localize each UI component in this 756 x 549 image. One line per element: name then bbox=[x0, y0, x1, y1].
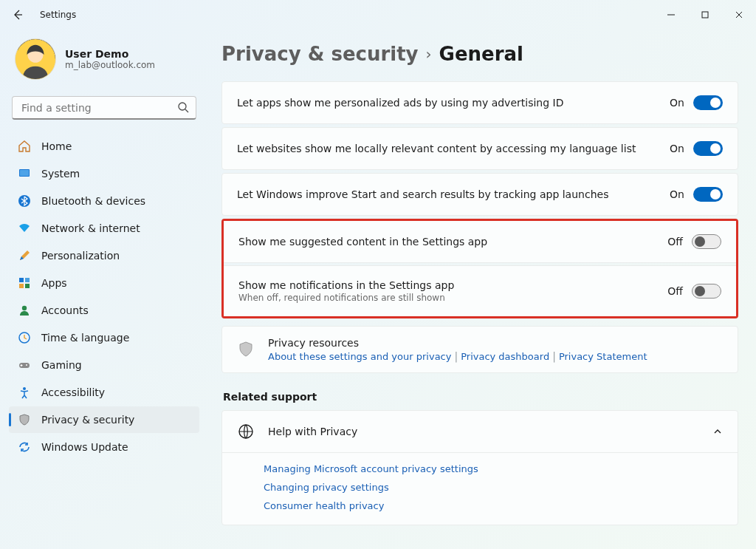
toggle-switch[interactable] bbox=[693, 95, 723, 110]
sidebar-item-bluetooth[interactable]: Bluetooth & devices bbox=[9, 188, 199, 214]
search-icon[interactable] bbox=[177, 101, 189, 113]
back-button[interactable] bbox=[6, 3, 30, 27]
highlighted-settings: Show me suggested content in the Setting… bbox=[221, 219, 738, 318]
clock-icon bbox=[18, 331, 31, 344]
bluetooth-icon bbox=[18, 194, 31, 208]
toggle-state-label: On bbox=[670, 97, 684, 109]
sidebar: User Demo m_lab@outlook.com Home System … bbox=[0, 30, 208, 549]
setting-app-launches[interactable]: Let Windows improve Start and search res… bbox=[221, 173, 738, 216]
resources-link-statement[interactable]: Privacy Statement bbox=[559, 351, 647, 362]
svg-rect-7 bbox=[19, 278, 24, 282]
setting-label: Let apps show me personalized ads by usi… bbox=[237, 97, 656, 109]
sidebar-item-gaming[interactable]: Gaming bbox=[9, 352, 199, 378]
breadcrumb: Privacy & security › General bbox=[221, 43, 738, 65]
resources-link-about[interactable]: About these settings and your privacy bbox=[268, 351, 451, 362]
globe-icon bbox=[237, 423, 255, 440]
search-field-wrap bbox=[12, 96, 196, 120]
maximize-button[interactable] bbox=[688, 0, 722, 30]
sidebar-item-label: System bbox=[41, 168, 80, 180]
minimize-icon bbox=[667, 11, 675, 18]
sidebar-item-system[interactable]: System bbox=[9, 160, 199, 187]
resources-title: Privacy resources bbox=[268, 337, 647, 349]
resources-link-dashboard[interactable]: Privacy dashboard bbox=[461, 351, 549, 362]
person-icon bbox=[18, 304, 31, 317]
accessibility-icon bbox=[18, 386, 31, 399]
sidebar-item-label: Accessibility bbox=[41, 386, 105, 398]
sidebar-item-label: Home bbox=[41, 140, 72, 152]
close-button[interactable] bbox=[722, 0, 756, 30]
svg-rect-5 bbox=[20, 170, 29, 176]
setting-language-list[interactable]: Let websites show me locally relevant co… bbox=[221, 127, 738, 170]
sidebar-item-apps[interactable]: Apps bbox=[9, 270, 199, 296]
page-title: General bbox=[439, 43, 523, 65]
breadcrumb-parent[interactable]: Privacy & security bbox=[221, 43, 419, 65]
help-link[interactable]: Managing Microsoft account privacy setti… bbox=[264, 463, 723, 474]
sidebar-item-label: Apps bbox=[41, 277, 67, 289]
gamepad-icon bbox=[18, 358, 31, 372]
sidebar-item-label: Bluetooth & devices bbox=[41, 195, 145, 207]
close-icon bbox=[735, 11, 743, 18]
toggle-state-label: On bbox=[670, 188, 684, 200]
setting-suggested-content[interactable]: Show me suggested content in the Setting… bbox=[224, 221, 736, 263]
svg-rect-8 bbox=[25, 278, 30, 282]
sidebar-item-label: Time & language bbox=[41, 332, 129, 344]
sidebar-item-accessibility[interactable]: Accessibility bbox=[9, 379, 199, 406]
sidebar-item-update[interactable]: Windows Update bbox=[9, 434, 199, 460]
update-icon bbox=[18, 440, 31, 454]
system-icon bbox=[18, 167, 31, 180]
svg-rect-10 bbox=[25, 284, 30, 288]
toggle-state-label: Off bbox=[667, 285, 683, 297]
expander-body: Managing Microsoft account privacy setti… bbox=[222, 452, 738, 525]
svg-point-14 bbox=[26, 364, 27, 366]
setting-label: Let Windows improve Start and search res… bbox=[237, 188, 656, 200]
expander-title: Help with Privacy bbox=[268, 426, 699, 437]
chevron-up-icon bbox=[712, 426, 723, 437]
minimize-button[interactable] bbox=[654, 0, 688, 30]
svg-point-11 bbox=[22, 306, 27, 310]
avatar bbox=[15, 38, 56, 80]
sidebar-item-label: Network & internet bbox=[41, 222, 140, 234]
user-name: User Demo bbox=[65, 48, 155, 60]
sidebar-item-time[interactable]: Time & language bbox=[9, 324, 199, 351]
sidebar-item-network[interactable]: Network & internet bbox=[9, 215, 199, 242]
user-email: m_lab@outlook.com bbox=[65, 60, 155, 70]
svg-point-3 bbox=[179, 103, 186, 110]
setting-label: Show me notifications in the Settings ap… bbox=[238, 279, 654, 291]
svg-point-15 bbox=[23, 387, 26, 390]
user-profile[interactable]: User Demo m_lab@outlook.com bbox=[9, 33, 199, 90]
toggle-switch[interactable] bbox=[692, 284, 721, 299]
svg-rect-9 bbox=[19, 284, 24, 288]
sidebar-item-home[interactable]: Home bbox=[9, 133, 199, 160]
help-link[interactable]: Changing privacy settings bbox=[264, 482, 723, 493]
related-support-heading: Related support bbox=[223, 391, 738, 403]
toggle-switch[interactable] bbox=[693, 141, 723, 156]
sidebar-item-label: Accounts bbox=[41, 304, 89, 316]
window-controls bbox=[654, 0, 756, 30]
title-bar: Settings bbox=[0, 0, 756, 30]
sidebar-item-personalization[interactable]: Personalization bbox=[9, 242, 199, 269]
sidebar-item-accounts[interactable]: Accounts bbox=[9, 297, 199, 324]
nav: Home System Bluetooth & devices Network … bbox=[9, 133, 199, 460]
search-input[interactable] bbox=[12, 96, 196, 120]
sidebar-item-label: Gaming bbox=[41, 359, 82, 371]
toggle-state-label: Off bbox=[667, 236, 683, 248]
expander-header[interactable]: Help with Privacy bbox=[222, 411, 738, 452]
svg-rect-0 bbox=[702, 12, 708, 18]
setting-sublabel: When off, required notifications are sti… bbox=[238, 293, 654, 303]
sidebar-item-privacy[interactable]: Privacy & security bbox=[9, 406, 199, 433]
help-with-privacy-card: Help with Privacy Managing Microsoft acc… bbox=[221, 410, 738, 525]
toggle-switch[interactable] bbox=[692, 234, 721, 249]
toggle-switch[interactable] bbox=[693, 187, 723, 202]
maximize-icon bbox=[701, 11, 709, 18]
chevron-right-icon: › bbox=[426, 45, 432, 63]
setting-advertising-id[interactable]: Let apps show me personalized ads by usi… bbox=[221, 81, 738, 124]
shield-icon bbox=[18, 413, 31, 426]
sidebar-item-label: Personalization bbox=[41, 250, 120, 262]
sidebar-item-label: Privacy & security bbox=[41, 414, 134, 426]
help-link[interactable]: Consumer health privacy bbox=[264, 500, 723, 511]
setting-label: Let websites show me locally relevant co… bbox=[237, 143, 656, 154]
brush-icon bbox=[18, 249, 31, 262]
setting-notifications[interactable]: Show me notifications in the Settings ap… bbox=[224, 265, 736, 316]
home-icon bbox=[18, 140, 31, 153]
toggle-state-label: On bbox=[670, 143, 684, 154]
